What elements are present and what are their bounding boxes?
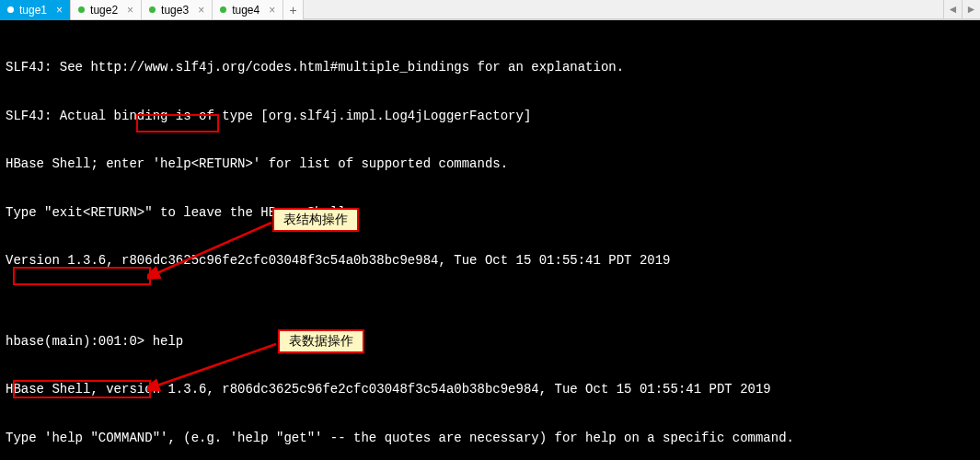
terminal-line: SLF4J: See http://www.slf4j.org/codes.ht… (6, 60, 974, 76)
plus-icon: + (290, 3, 297, 17)
chevron-right-icon: ► (966, 3, 977, 16)
tab-label: tuge3 (161, 4, 189, 17)
tabbar-nav-right[interactable]: ► (962, 0, 980, 19)
terminal-line: Version 1.3.6, r806dc3625c96fe2cfc03048f… (6, 253, 974, 270)
annotation-box-ddl (13, 267, 151, 285)
tabbar-nav-left[interactable]: ◄ (943, 0, 962, 19)
status-dot-icon (78, 6, 85, 13)
terminal-pane[interactable]: SLF4J: See http://www.slf4j.org/codes.ht… (0, 20, 980, 460)
close-icon[interactable]: × (269, 4, 275, 17)
status-dot-icon (149, 6, 156, 13)
close-icon[interactable]: × (127, 4, 133, 17)
close-icon[interactable]: × (198, 4, 204, 17)
tabbar-spacer (304, 0, 943, 19)
annotation-arrow-ddl (147, 221, 276, 281)
terminal-line: HBase Shell; enter 'help<RETURN>' for li… (6, 156, 974, 173)
terminal-command: help (144, 334, 183, 349)
tab-tuge3[interactable]: tuge3 × (142, 0, 213, 20)
terminal-line: SLF4J: Actual binding is of type [org.sl… (6, 109, 974, 125)
terminal-line: Type 'help "COMMAND"', (e.g. 'help "get"… (6, 431, 974, 447)
chevron-left-icon: ◄ (948, 3, 959, 16)
tab-bar: tuge1 × tuge2 × tuge3 × tuge4 × + ◄ ► (0, 0, 980, 20)
terminal-prompt-line: hbase(main):001:0> help (6, 334, 974, 351)
tab-label: tuge1 (19, 4, 47, 17)
tab-tuge4[interactable]: tuge4 × (213, 0, 283, 20)
close-icon[interactable]: × (56, 4, 63, 17)
terminal-line: HBase Shell, version 1.3.6, r806dc3625c9… (6, 382, 974, 398)
svg-line-1 (155, 344, 276, 386)
terminal-prompt: hbase(main):001:0> (6, 334, 144, 349)
tab-tuge1[interactable]: tuge1 × (0, 0, 71, 20)
tab-label: tuge2 (90, 4, 118, 17)
status-dot-icon (7, 6, 14, 13)
new-tab-button[interactable]: + (283, 0, 304, 20)
terminal-line: Type "exit<RETURN>" to leave the HBase S… (6, 205, 974, 222)
tab-label: tuge4 (232, 4, 259, 17)
status-dot-icon (220, 6, 226, 13)
tab-tuge2[interactable]: tuge2 × (71, 0, 142, 20)
